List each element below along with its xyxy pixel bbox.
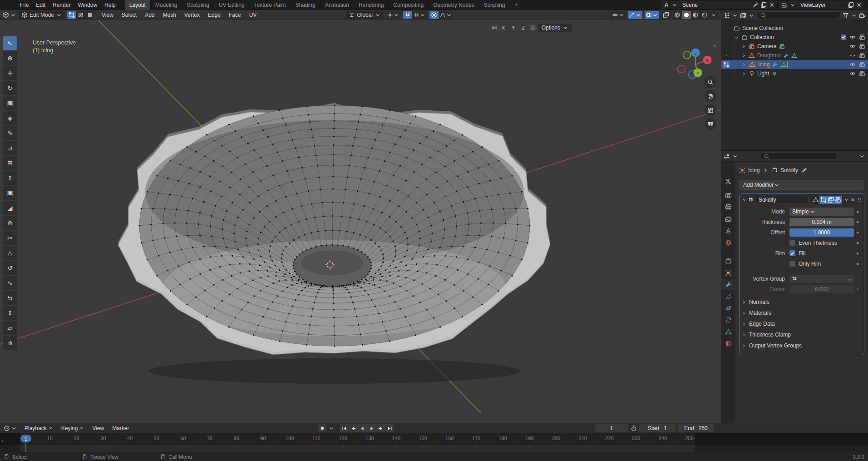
workspace-tab-sculpting[interactable]: Sculpting (182, 0, 214, 10)
even-thickness-checkbox[interactable]: Even Thickness (789, 240, 854, 246)
expand-closed-icon[interactable] (741, 43, 746, 50)
show-on-cage-toggle[interactable] (812, 196, 819, 204)
expand-closed-icon[interactable] (741, 70, 746, 77)
timeline-expand-arrow[interactable]: › (2, 438, 4, 443)
auto-key-dropdown[interactable] (328, 425, 335, 431)
viewport-menu-face[interactable]: Face (225, 11, 245, 19)
tool-transform[interactable]: ◈ (3, 111, 17, 125)
viewport-canvas[interactable] (0, 10, 721, 423)
tool-knife[interactable]: ✂ (3, 231, 17, 245)
camera-render[interactable] (859, 34, 865, 41)
gizmos-dropdown[interactable] (628, 11, 642, 19)
object-name[interactable]: Camera (757, 43, 777, 50)
breadcrumb-object-name[interactable]: Icing (748, 167, 760, 173)
face-select-button[interactable] (85, 11, 94, 19)
drag-handle[interactable] (857, 197, 862, 203)
properties-tab-constraints[interactable] (721, 314, 735, 325)
camera-view-button[interactable] (705, 104, 716, 116)
viewport-menu-select[interactable]: Select (118, 11, 140, 19)
timeline-menu-marker[interactable]: Marker (108, 424, 133, 432)
viewport-menu-view[interactable]: View (98, 11, 117, 19)
frame-start-field[interactable]: Start 1 (639, 424, 676, 432)
show-in-editmode-toggle[interactable] (819, 196, 827, 204)
animate-dot[interactable]: ● (854, 251, 861, 256)
tool-select-box[interactable]: ↖ (3, 36, 17, 50)
viewport-menu-mesh[interactable]: Mesh (159, 11, 180, 19)
timeline-menu-keying[interactable]: Keying (58, 424, 88, 432)
section-thickness-clamp[interactable]: Thickness Clamp (741, 329, 864, 340)
eye-open[interactable] (849, 34, 856, 41)
eye-open[interactable] (849, 70, 856, 77)
play-button[interactable] (367, 424, 376, 432)
properties-tab-modifiers[interactable] (721, 279, 735, 290)
tool-extrude-region[interactable]: ⇑ (3, 171, 17, 185)
delete-modifier-button[interactable] (850, 197, 855, 203)
workspace-tab-texture-paint[interactable]: Texture Paint (250, 0, 291, 10)
eye-open[interactable] (849, 61, 856, 68)
tool-add-cube[interactable]: ⊞ (3, 156, 17, 170)
animate-dot[interactable]: ● (854, 240, 861, 245)
object-name[interactable]: Scene Collection (742, 25, 783, 31)
pivot-dropdown[interactable] (386, 11, 400, 19)
orientation-dropdown[interactable]: Global (346, 11, 383, 19)
camera-render[interactable] (859, 70, 865, 77)
tool-cursor[interactable]: ⊕ (3, 51, 17, 65)
workspace-tab-uv-editing[interactable]: UV Editing (214, 0, 250, 10)
tool-shrink-fatten[interactable]: ⇕ (3, 306, 17, 320)
section-materials[interactable]: Materials (741, 307, 864, 318)
outliner-row-light[interactable]: Light (721, 69, 868, 78)
tool-scale[interactable]: ▣ (3, 96, 17, 110)
mirror-y-toggle[interactable]: Y (509, 24, 518, 32)
factor-field[interactable]: 0.000 (789, 285, 854, 293)
shading-rendered-button[interactable] (700, 11, 709, 19)
filter-dropdown[interactable] (843, 12, 849, 19)
section-edge-data[interactable]: Edge Data (741, 318, 864, 329)
modifier-extras-menu[interactable] (844, 197, 848, 203)
properties-tab-data[interactable] (721, 326, 735, 337)
playhead[interactable] (25, 441, 26, 452)
zoom-button[interactable] (705, 76, 716, 88)
pan-button[interactable] (705, 90, 716, 102)
menu-window[interactable]: Window (74, 1, 101, 9)
jump-start-button[interactable] (340, 424, 349, 432)
viewlayer-selector[interactable]: ViewLayer (779, 1, 864, 9)
auto-key-button[interactable] (318, 424, 326, 432)
tool-measure[interactable]: ⊿ (3, 141, 17, 155)
checkbox-checked[interactable] (841, 35, 846, 40)
use-preview-range[interactable] (631, 425, 637, 431)
camera-render[interactable] (859, 61, 865, 68)
visibility-dropdown[interactable] (611, 11, 626, 19)
workspace-tab-plus[interactable]: + (510, 0, 523, 10)
tool-move[interactable]: ✛ (3, 66, 17, 80)
collapse-modifier[interactable] (742, 197, 746, 203)
animate-dot[interactable]: ● (854, 219, 861, 224)
ortho-toggle-button[interactable] (705, 118, 716, 130)
timeline-menu-playback[interactable]: Playback (21, 424, 57, 432)
object-name[interactable]: Light (757, 70, 769, 77)
properties-tab-scene[interactable] (721, 225, 735, 236)
workspace-tab-layout[interactable]: Layout (125, 0, 151, 10)
section-normals[interactable]: Normals (741, 297, 864, 307)
current-frame-field[interactable]: 1 (595, 424, 628, 432)
tool-edge-slide[interactable]: ⇆ (3, 291, 17, 305)
workspace-tab-rendering[interactable]: Rendering (354, 0, 389, 10)
outliner-row-icing[interactable]: Icing (721, 60, 868, 69)
mirror-z-toggle[interactable]: Z (519, 24, 528, 32)
menu-file[interactable]: File (16, 1, 32, 9)
properties-tab-object[interactable] (721, 267, 735, 278)
properties-tab-world[interactable] (721, 237, 735, 248)
workspace-tab-animation[interactable]: Animation (321, 0, 354, 10)
tool-poly-build[interactable]: △ (3, 246, 17, 260)
shading-dropdown[interactable] (709, 11, 718, 19)
only-rim-checkbox[interactable]: Only Rim (789, 261, 854, 267)
properties-options[interactable] (859, 153, 865, 159)
workspace-tab-geometry-nodes[interactable]: Geometry Nodes (429, 0, 479, 10)
tool-inset-faces[interactable]: ▣ (3, 186, 17, 200)
properties-tab-output[interactable] (721, 202, 735, 213)
tool-spin[interactable]: ↺ (3, 261, 17, 275)
timeline-editor-type[interactable] (4, 425, 10, 431)
snap-target-dropdown[interactable] (412, 11, 427, 19)
outliner-row-collection[interactable]: Collection (721, 33, 868, 42)
expand-closed-icon[interactable] (741, 52, 746, 59)
rim-fill-checkbox[interactable]: Fill (789, 250, 854, 257)
